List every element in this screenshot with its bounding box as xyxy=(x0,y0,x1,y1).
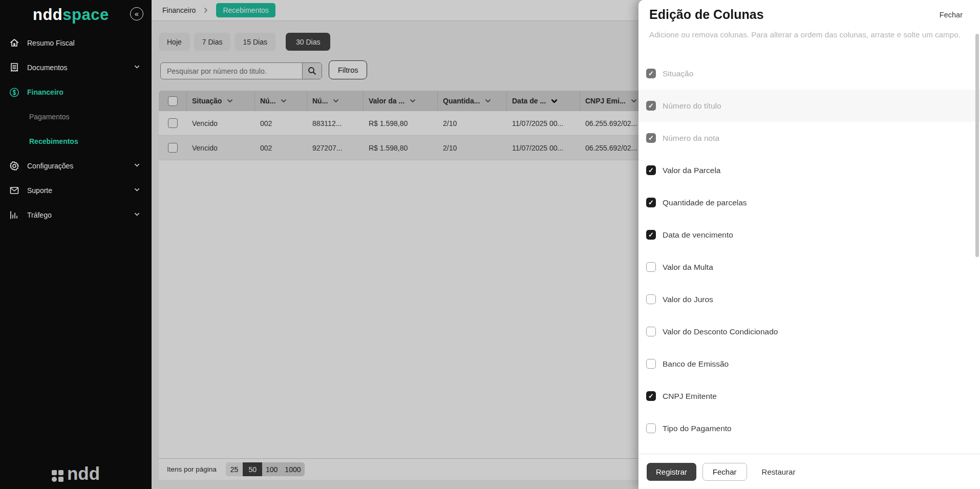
column-option-valor-do-desconto-condicionado[interactable]: Valor do Desconto Condicionado xyxy=(638,315,980,348)
column-checkbox[interactable] xyxy=(646,294,656,304)
sidebar-item-label: Documentos xyxy=(27,63,68,72)
column-option-label: Número do título xyxy=(663,101,721,111)
drawer-title: Edição de Colunas xyxy=(649,7,764,22)
sidebar-item-label: Suporte xyxy=(27,186,52,195)
sidebar-item-label: Configurações xyxy=(27,162,73,170)
restore-button[interactable]: Restaurar xyxy=(762,467,796,476)
column-option-label: CNPJ Emitente xyxy=(663,392,717,401)
column-checkbox[interactable] xyxy=(646,262,656,272)
column-option-data-de-vencimento[interactable]: ✓Data de vencimento xyxy=(638,219,980,251)
close-button[interactable]: Fechar xyxy=(702,463,747,481)
column-option-label: Data de vencimento xyxy=(663,230,733,240)
column-option-label: Número da nota xyxy=(663,134,719,143)
chevron-down-icon xyxy=(134,211,140,219)
column-checkbox[interactable]: ✓ xyxy=(646,165,656,175)
drawer-footer: Registrar Fechar Restaurar xyxy=(638,454,980,489)
column-edit-drawer: Edição de Colunas Fechar Adicione ou rem… xyxy=(638,0,980,489)
column-option-n-mero-da-nota[interactable]: ✓Número da nota xyxy=(638,122,980,154)
chevron-down-icon xyxy=(134,162,140,170)
column-option-situa-o[interactable]: ✓Situação xyxy=(638,57,980,90)
sidebar-item-configura-es[interactable]: Configurações xyxy=(0,154,152,178)
column-option-tipo-do-pagamento[interactable]: Tipo do Pagamento xyxy=(638,412,980,444)
column-option-label: Banco de Emissão xyxy=(663,359,729,369)
drawer-close-link[interactable]: Fechar xyxy=(940,11,963,19)
column-option-cnpj-emitente[interactable]: ✓CNPJ Emitente xyxy=(638,380,980,412)
sidebar-subitem-pagamentos[interactable]: Pagamentos xyxy=(0,104,152,129)
column-checkbox[interactable]: ✓ xyxy=(646,69,656,78)
column-option-label: Situação xyxy=(663,69,693,78)
column-checkbox-list: ✓Situação✓Número do título✓Número da not… xyxy=(638,57,980,444)
column-option-valor-da-multa[interactable]: Valor da Multa xyxy=(638,251,980,283)
sidebar-item-label: Resumo Fiscal xyxy=(27,39,75,47)
dollar-circle-icon xyxy=(9,87,19,97)
sidebar-item-financeiro[interactable]: Financeiro xyxy=(0,80,152,104)
mail-icon xyxy=(9,185,19,196)
column-checkbox[interactable] xyxy=(646,423,656,433)
chevron-down-icon xyxy=(134,63,140,72)
sidebar: nddspace « Resumo FiscalDocumentosFinanc… xyxy=(0,0,152,489)
document-icon xyxy=(9,62,19,73)
column-checkbox[interactable]: ✓ xyxy=(646,101,656,111)
column-option-banco-de-emiss-o[interactable]: Banco de Emissão xyxy=(638,348,980,380)
column-checkbox[interactable]: ✓ xyxy=(646,230,656,240)
column-option-label: Quantidade de parcelas xyxy=(663,198,747,207)
ndd-glyph-icon xyxy=(52,470,63,482)
register-button[interactable]: Registrar xyxy=(647,463,696,481)
sidebar-item-tr-fego[interactable]: Tráfego xyxy=(0,203,152,227)
drawer-description: Adicione ou remova colunas. Para alterar… xyxy=(649,30,960,39)
bar-chart-icon xyxy=(9,210,19,220)
sidebar-item-label: Tráfego xyxy=(27,211,52,219)
sidebar-item-label: Financeiro xyxy=(27,88,63,96)
column-option-n-mero-do-t-tulo[interactable]: ✓Número do título xyxy=(638,90,980,122)
sidebar-item-resumo-fiscal[interactable]: Resumo Fiscal xyxy=(0,31,152,55)
ndd-footer-logo: ndd xyxy=(0,463,152,484)
logo-primary: ndd xyxy=(33,6,62,24)
column-checkbox[interactable] xyxy=(646,327,656,336)
gear-icon xyxy=(9,161,19,171)
column-option-label: Tipo do Pagamento xyxy=(663,424,732,433)
column-option-valor-do-juros[interactable]: Valor do Juros xyxy=(638,283,980,315)
column-option-valor-da-parcela[interactable]: ✓Valor da Parcela xyxy=(638,154,980,186)
column-checkbox[interactable]: ✓ xyxy=(646,198,656,207)
column-checkbox[interactable]: ✓ xyxy=(646,133,656,143)
app-logo: nddspace xyxy=(33,6,109,24)
column-option-label: Valor do Desconto Condicionado xyxy=(663,327,778,336)
sidebar-item-suporte[interactable]: Suporte xyxy=(0,178,152,203)
column-checkbox[interactable] xyxy=(646,359,656,369)
column-option-label: Valor da Multa xyxy=(663,263,713,272)
chevron-down-icon xyxy=(134,186,140,195)
logo-secondary: space xyxy=(62,6,109,24)
column-option-quantidade-de-parcelas[interactable]: ✓Quantidade de parcelas xyxy=(638,186,980,219)
sidebar-nav: Resumo FiscalDocumentosFinanceiroPagamen… xyxy=(0,31,152,227)
sidebar-item-documentos[interactable]: Documentos xyxy=(0,55,152,80)
sidebar-subitem-recebimentos[interactable]: Recebimentos xyxy=(0,129,152,154)
ndd-footer-text: ndd xyxy=(67,463,100,484)
column-option-label: Valor do Juros xyxy=(663,295,713,304)
home-icon xyxy=(9,38,19,48)
column-checkbox[interactable]: ✓ xyxy=(646,391,656,401)
column-option-label: Valor da Parcela xyxy=(663,166,720,175)
drawer-scrollbar-thumb[interactable] xyxy=(975,34,979,257)
sidebar-collapse-icon[interactable]: « xyxy=(130,7,143,20)
